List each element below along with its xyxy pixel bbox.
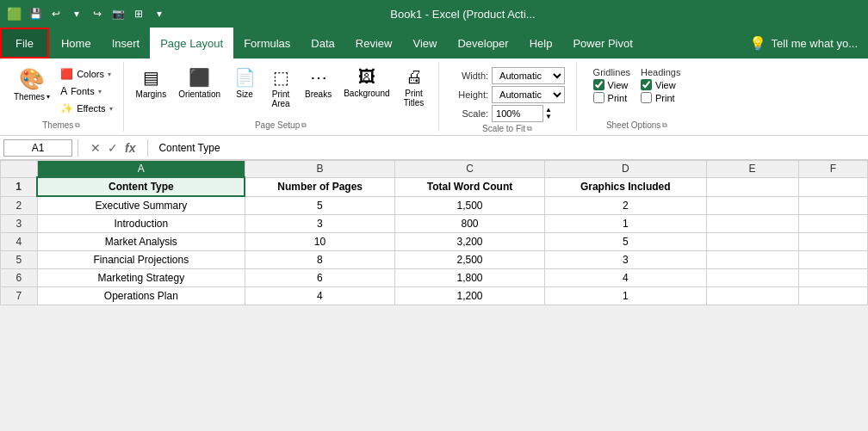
cell-e6[interactable] (706, 269, 798, 287)
undo-button[interactable]: ↩ (47, 5, 65, 22)
cell-reference-input[interactable] (3, 139, 72, 157)
cell-d1[interactable]: Graphics Included (545, 177, 706, 196)
table-row: 4 Market Analysis 10 3,200 5 (1, 233, 868, 251)
cell-c1[interactable]: Total Word Count (394, 177, 544, 196)
cell-b6[interactable]: 6 (245, 269, 394, 287)
cell-a7[interactable]: Operations Plan (37, 287, 245, 305)
col-header-e[interactable]: E (706, 161, 798, 178)
colors-button[interactable]: 🟥 Colors ▾ (57, 67, 115, 81)
page-setup-expand-icon[interactable]: ⧉ (301, 121, 307, 130)
cell-b2[interactable]: 5 (245, 196, 394, 215)
cell-e7[interactable] (706, 287, 798, 305)
menu-item-home[interactable]: Home (51, 28, 102, 58)
save-button[interactable]: 💾 (27, 5, 44, 22)
cell-f6[interactable] (798, 269, 867, 287)
cell-d5[interactable]: 3 (545, 251, 706, 269)
cell-b1[interactable]: Number of Pages (245, 177, 394, 196)
grid-button[interactable]: ⊞ (130, 5, 147, 22)
formula-input[interactable] (153, 140, 865, 156)
page-setup-group-label: Page Setup ⧉ (255, 119, 307, 130)
cell-f7[interactable] (798, 287, 867, 305)
cancel-icon[interactable]: ✕ (89, 139, 102, 157)
margins-button[interactable]: ▤ Margins (131, 64, 172, 102)
cell-e1[interactable] (706, 177, 798, 196)
redo-button[interactable]: ↪ (89, 5, 106, 22)
width-row: Width: Automatic (450, 67, 565, 84)
print-titles-button[interactable]: 🖨 Print Titles (397, 64, 431, 111)
menu-item-insert[interactable]: Insert (102, 28, 151, 58)
print-area-button[interactable]: ⬚ Print Area (264, 64, 298, 112)
cell-b5[interactable]: 8 (245, 251, 394, 269)
menu-item-power-pivot[interactable]: Power Pivot (562, 28, 642, 58)
confirm-icon[interactable]: ✓ (106, 139, 120, 157)
breaks-button[interactable]: ⋯ Breaks (300, 64, 337, 102)
menu-item-developer[interactable]: Developer (447, 28, 518, 58)
cell-c4[interactable]: 3,200 (394, 233, 544, 251)
cell-a4[interactable]: Market Analysis (37, 233, 245, 251)
cell-a1[interactable]: Content Type (37, 177, 245, 196)
cell-a6[interactable]: Marketing Strategy (37, 269, 245, 287)
col-header-c[interactable]: C (394, 161, 544, 178)
camera-button[interactable]: 📷 (109, 5, 127, 22)
page-setup-items: ▤ Margins ⬛ Orientation 📄 Size ⬚ Print A… (131, 64, 431, 119)
cell-c6[interactable]: 1,800 (394, 269, 544, 287)
headings-column: Headings View Print (641, 67, 680, 103)
col-header-f[interactable]: F (798, 161, 867, 178)
themes-expand-icon[interactable]: ⧉ (75, 121, 80, 130)
fonts-button[interactable]: A Fonts ▾ (57, 84, 115, 98)
themes-button[interactable]: 🎨 Themes▾ (7, 64, 57, 119)
undo-dropdown[interactable]: ▾ (68, 5, 85, 22)
cell-f3[interactable] (798, 215, 867, 233)
size-button[interactable]: 📄 Size (227, 64, 262, 102)
cell-d6[interactable]: 4 (545, 269, 706, 287)
menu-item-data[interactable]: Data (301, 28, 344, 58)
cell-c5[interactable]: 2,500 (394, 251, 544, 269)
col-header-b[interactable]: B (245, 161, 394, 178)
menu-item-page-layout[interactable]: Page Layout (150, 28, 233, 58)
orientation-button[interactable]: ⬛ Orientation (173, 64, 226, 102)
customize-button[interactable]: ▾ (151, 5, 168, 22)
col-header-d[interactable]: D (545, 161, 706, 178)
cell-f2[interactable] (798, 196, 867, 215)
cell-e3[interactable] (706, 215, 798, 233)
headings-view-checkbox[interactable] (641, 79, 652, 90)
menu-item-file[interactable]: File (0, 28, 49, 58)
scale-expand-icon[interactable]: ⧉ (527, 125, 532, 133)
menu-item-help[interactable]: Help (519, 28, 563, 58)
cell-c3[interactable]: 800 (394, 215, 544, 233)
height-select[interactable]: Automatic (492, 86, 565, 103)
menu-item-review[interactable]: Review (345, 28, 403, 58)
width-select[interactable]: Automatic (492, 67, 565, 84)
gridlines-view-checkbox[interactable] (593, 79, 604, 90)
cell-e2[interactable] (706, 196, 798, 215)
sheet-options-expand-icon[interactable]: ⧉ (662, 121, 667, 130)
cell-e5[interactable] (706, 251, 798, 269)
cell-b4[interactable]: 10 (245, 233, 394, 251)
cell-f1[interactable] (798, 177, 867, 196)
gridlines-print-checkbox[interactable] (593, 92, 604, 103)
tell-me-bar[interactable]: 💡 Tell me what yo... (739, 35, 868, 52)
scale-input[interactable] (492, 105, 543, 122)
cell-a3[interactable]: Introduction (37, 215, 245, 233)
scale-down-button[interactable]: ▼ (545, 114, 552, 120)
cell-b7[interactable]: 4 (245, 287, 394, 305)
cell-c7[interactable]: 1,200 (394, 287, 544, 305)
menu-item-view[interactable]: View (402, 28, 447, 58)
cell-a2[interactable]: Executive Summary (37, 196, 245, 215)
cell-d2[interactable]: 2 (545, 196, 706, 215)
menu-item-formulas[interactable]: Formulas (233, 28, 301, 58)
cell-c2[interactable]: 1,500 (394, 196, 544, 215)
cell-d3[interactable]: 1 (545, 215, 706, 233)
cell-f4[interactable] (798, 233, 867, 251)
cell-e4[interactable] (706, 233, 798, 251)
cell-b3[interactable]: 3 (245, 215, 394, 233)
cell-f5[interactable] (798, 251, 867, 269)
headings-print-checkbox[interactable] (641, 92, 652, 103)
col-header-a[interactable]: A (37, 161, 245, 178)
cell-d7[interactable]: 1 (545, 287, 706, 305)
effects-button[interactable]: ✨ Effects ▾ (57, 102, 115, 115)
cell-a5[interactable]: Financial Projections (37, 251, 245, 269)
cell-d4[interactable]: 5 (545, 233, 706, 251)
background-button[interactable]: 🖼 Background (338, 64, 394, 102)
function-icon[interactable]: fx (123, 139, 137, 157)
